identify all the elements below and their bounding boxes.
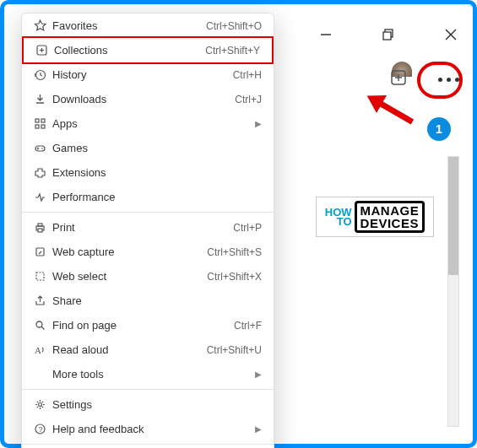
gear-icon — [34, 398, 52, 411]
menu-label: Apps — [52, 117, 250, 130]
menu-label: Find on page — [52, 319, 234, 332]
menu-find[interactable]: Find on page Ctrl+F — [22, 313, 274, 337]
download-icon — [34, 93, 52, 105]
chevron-right-icon: ▶ — [255, 119, 262, 128]
minimize-button[interactable] — [311, 19, 341, 50]
menu-shortcut: Ctrl+Shift+Y — [205, 45, 260, 57]
apps-icon — [34, 117, 52, 130]
restore-button[interactable] — [373, 19, 404, 50]
svg-marker-9 — [362, 87, 387, 113]
svg-rect-19 — [41, 125, 45, 128]
separator — [22, 212, 274, 213]
menu-shortcut: Ctrl+H — [233, 69, 262, 81]
menu-favorites[interactable]: Favorites Ctrl+Shift+O — [22, 13, 274, 38]
menu-label: Read aloud — [52, 343, 207, 356]
menu-shortcut: Ctrl+Shift+X — [207, 271, 262, 283]
menu-share[interactable]: Share — [22, 289, 274, 313]
chevron-right-icon: ▶ — [255, 424, 262, 434]
webcapture-icon — [34, 246, 52, 258]
menu-label: Share — [52, 294, 262, 307]
games-icon — [34, 142, 52, 154]
menu-label: More tools — [52, 368, 250, 381]
share-icon — [34, 294, 52, 307]
annotation-badge-1: 1 — [427, 117, 451, 141]
menu-extensions[interactable]: Extensions — [22, 160, 274, 185]
menu-label: History — [52, 68, 233, 81]
menu-shortcut: Ctrl+J — [235, 94, 262, 105]
menu-label: Print — [52, 221, 233, 234]
menu-games[interactable]: Games — [22, 136, 274, 160]
scrollbar[interactable] — [447, 156, 459, 427]
history-icon — [34, 68, 52, 81]
svg-rect-26 — [36, 273, 44, 280]
svg-point-30 — [39, 403, 42, 407]
logo-manage: MANAGE — [360, 204, 420, 217]
menu-shortcut: Ctrl+Shift+U — [207, 344, 262, 356]
menu-label: Web select — [52, 270, 207, 283]
svg-rect-25 — [36, 248, 44, 256]
svg-text:?: ? — [39, 425, 43, 434]
menu-label: Performance — [52, 191, 262, 203]
help-icon: ? — [34, 423, 52, 435]
menu-webselect[interactable]: Web select Ctrl+Shift+X — [22, 264, 274, 289]
menu-shortcut: Ctrl+F — [234, 320, 262, 332]
svg-rect-18 — [35, 125, 39, 128]
menu-collections[interactable]: Collections Ctrl+Shift+Y — [22, 36, 274, 64]
svg-line-8 — [379, 103, 413, 122]
separator — [22, 444, 274, 445]
svg-point-21 — [41, 148, 43, 149]
svg-rect-17 — [41, 119, 45, 122]
collections-icon — [35, 44, 54, 57]
collections-toolbar-icon[interactable] — [389, 68, 408, 90]
menu-shortcut: Ctrl+P — [233, 222, 262, 234]
star-icon — [34, 19, 52, 32]
menu-label: Help and feedback — [52, 423, 250, 435]
svg-line-28 — [41, 327, 45, 330]
chevron-right-icon: ▶ — [255, 370, 262, 379]
extensions-icon — [34, 166, 52, 179]
close-button[interactable] — [436, 19, 466, 50]
menu-label: Downloads — [52, 93, 235, 105]
menu-shortcut: Ctrl+Shift+S — [207, 246, 262, 258]
performance-icon — [34, 191, 52, 203]
scrollbar-thumb[interactable] — [448, 157, 458, 275]
menu-readaloud[interactable]: A Read aloud Ctrl+Shift+U — [22, 337, 274, 362]
menu-webcapture[interactable]: Web capture Ctrl+Shift+S — [22, 240, 274, 264]
svg-rect-16 — [35, 119, 39, 122]
annotation-circle-1 — [417, 62, 463, 99]
separator — [22, 389, 274, 390]
menu-label: Games — [52, 142, 262, 154]
annotation-arrow-1 — [360, 83, 426, 138]
svg-rect-24 — [38, 229, 42, 232]
svg-rect-23 — [38, 224, 42, 226]
menu-history[interactable]: History Ctrl+H — [22, 62, 274, 87]
menu-performance[interactable]: Performance — [22, 185, 274, 209]
menu-label: Favorites — [52, 19, 206, 32]
menu-help[interactable]: ? Help and feedback ▶ — [22, 417, 274, 441]
menu-shortcut: Ctrl+Shift+O — [206, 20, 262, 32]
readaloud-icon: A — [34, 343, 52, 356]
menu-label: Extensions — [52, 166, 262, 179]
menu-moretools[interactable]: More tools ▶ — [22, 362, 274, 386]
window-controls — [311, 19, 466, 50]
menu-label: Collections — [54, 44, 205, 57]
menu-label: Settings — [52, 398, 262, 411]
menu-print[interactable]: Print Ctrl+P — [22, 215, 274, 240]
menu-settings[interactable]: Settings — [22, 392, 274, 417]
find-icon — [34, 319, 52, 332]
logo-howtomanagedevices: HOW TO MANAGE DEVICES — [316, 197, 434, 237]
svg-point-27 — [36, 321, 42, 327]
print-icon — [34, 221, 52, 234]
menu-label: Web capture — [52, 246, 207, 258]
annotated-frame: 1 2 HOW TO MANAGE DEVICES Favorites Ctrl… — [0, 0, 477, 448]
settings-menu: Favorites Ctrl+Shift+O Collections Ctrl+… — [21, 13, 274, 448]
logo-devices: DEVICES — [360, 217, 420, 229]
svg-rect-2 — [383, 32, 391, 40]
menu-apps[interactable]: Apps ▶ — [22, 111, 274, 136]
webselect-icon — [34, 270, 52, 283]
menu-downloads[interactable]: Downloads Ctrl+J — [22, 87, 274, 111]
svg-text:A: A — [35, 345, 41, 355]
